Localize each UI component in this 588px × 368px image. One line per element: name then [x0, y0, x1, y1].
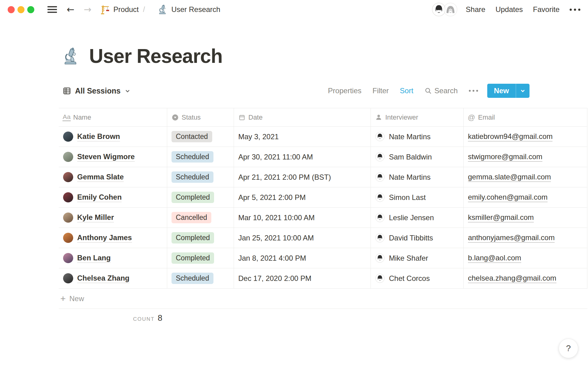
column-header-email[interactable]: @Email — [464, 108, 587, 126]
view-switcher[interactable]: All Sessions — [63, 86, 130, 95]
interviewer-avatar — [375, 213, 385, 222]
person-name-link[interactable]: Emily Cohen — [77, 193, 122, 202]
status-cell[interactable]: Scheduled — [167, 268, 234, 288]
person-name-link[interactable]: Katie Brown — [77, 132, 120, 141]
email-link[interactable]: anthonyjames@gmail.com — [468, 233, 555, 243]
status-badge: Completed — [172, 252, 214, 264]
date-cell[interactable]: Dec 17, 2020 2:00 PM — [234, 268, 371, 288]
status-cell[interactable]: Completed — [167, 248, 234, 268]
email-cell[interactable]: katiebrown94@gmail.com — [464, 127, 587, 147]
email-link[interactable]: gemma.slate@gmail.com — [468, 173, 551, 182]
sort-button[interactable]: Sort — [400, 86, 413, 95]
status-cell[interactable]: Cancelled — [167, 208, 234, 228]
date-cell[interactable]: Jan 25, 2021 10:00 AM — [234, 228, 371, 248]
email-link[interactable]: stwigmore@gmail.com — [468, 152, 542, 162]
email-cell[interactable]: ksmiller@gmail.com — [464, 208, 587, 228]
date-cell[interactable]: Apr 21, 2021 2:00 PM (BST) — [234, 167, 371, 187]
email-cell[interactable]: b.lang@aol.com — [464, 248, 587, 268]
status-cell[interactable]: Scheduled — [167, 147, 234, 167]
email-link[interactable]: katiebrown94@gmail.com — [468, 132, 552, 141]
status-cell[interactable]: Completed — [167, 187, 234, 207]
interviewer-cell[interactable]: Chet Corcos — [371, 268, 464, 288]
date-cell[interactable]: Jan 8, 2021 4:00 PM — [234, 248, 371, 268]
person-name-link[interactable]: Anthony James — [77, 233, 132, 243]
table-row: Katie BrownContactedMay 3, 2021Nate Mart… — [59, 127, 587, 147]
interviewer-cell[interactable]: Simon Last — [371, 187, 464, 207]
date-cell[interactable]: Mar 10, 2021 10:00 AM — [234, 208, 371, 228]
text-icon: Aa — [63, 114, 70, 121]
person-name-link[interactable]: Ben Lang — [77, 254, 111, 263]
interviewer-name: Chet Corcos — [389, 274, 430, 283]
properties-button[interactable]: Properties — [328, 86, 361, 95]
name-cell[interactable]: Gemma Slate — [59, 167, 167, 187]
collaborator-avatars[interactable] — [432, 2, 458, 17]
search-button[interactable]: Search — [424, 86, 458, 95]
forward-arrow-icon[interactable]: → — [84, 5, 91, 14]
interviewer-cell[interactable]: Leslie Jensen — [371, 208, 464, 228]
date-value: Jan 8, 2021 4:00 PM — [238, 254, 306, 263]
back-arrow-icon[interactable]: ← — [67, 5, 74, 14]
email-link[interactable]: b.lang@aol.com — [468, 254, 521, 263]
favorite-button[interactable]: Favorite — [533, 5, 560, 14]
sidebar-menu-icon[interactable] — [47, 6, 57, 13]
add-row-button[interactable]: + New — [59, 289, 587, 309]
status-cell[interactable]: Completed — [167, 228, 234, 248]
interviewer-cell[interactable]: David Tibbitts — [371, 228, 464, 248]
search-label: Search — [435, 86, 458, 95]
close-window-button[interactable] — [8, 6, 15, 13]
table-footer[interactable]: COUNT8 — [59, 313, 162, 323]
minimize-window-button[interactable] — [17, 6, 24, 13]
share-button[interactable]: Share — [466, 5, 485, 14]
name-cell[interactable]: Steven Wigmore — [59, 147, 167, 167]
person-name-link[interactable]: Chelsea Zhang — [77, 274, 130, 283]
date-cell[interactable]: Apr 30, 2021 11:00 AM — [234, 147, 371, 167]
zoom-window-button[interactable] — [27, 6, 34, 13]
table-row: Steven WigmoreScheduledApr 30, 2021 11:0… — [59, 147, 587, 167]
interviewer-cell[interactable]: Nate Martins — [371, 167, 464, 187]
name-cell[interactable]: Katie Brown — [59, 127, 167, 147]
email-cell[interactable]: emily.cohen@gmail.com — [464, 187, 587, 207]
person-name-link[interactable]: Steven Wigmore — [77, 152, 135, 162]
collaborator-avatar-2[interactable] — [443, 2, 458, 17]
column-header-status[interactable]: Status — [167, 108, 234, 126]
column-header-date[interactable]: Date — [234, 108, 371, 126]
email-cell[interactable]: stwigmore@gmail.com — [464, 147, 587, 167]
interviewer-cell[interactable]: Mike Shafer — [371, 248, 464, 268]
email-link[interactable]: ksmiller@gmail.com — [468, 213, 534, 222]
person-name-link[interactable]: Gemma Slate — [77, 173, 124, 182]
microscope-icon[interactable] — [62, 47, 81, 65]
interviewer-cell[interactable]: Nate Martins — [371, 127, 464, 147]
breadcrumb-item-user-research[interactable]: User Research — [171, 5, 220, 14]
email-cell[interactable]: gemma.slate@gmail.com — [464, 167, 587, 187]
new-button-label[interactable]: New — [487, 84, 516, 98]
column-header-interviewer[interactable]: Interviewer — [371, 108, 464, 126]
status-cell[interactable]: Contacted — [167, 127, 234, 147]
more-options-icon[interactable] — [570, 9, 580, 11]
new-dropdown-button[interactable] — [516, 84, 530, 98]
topbar-actions: Share Updates Favorite — [432, 0, 580, 19]
date-cell[interactable]: May 3, 2021 — [234, 127, 371, 147]
status-badge: Scheduled — [172, 151, 213, 163]
person-photo-avatar — [63, 273, 73, 283]
new-button[interactable]: New — [487, 84, 530, 98]
interviewer-cell[interactable]: Sam Baldwin — [371, 147, 464, 167]
status-cell[interactable]: Scheduled — [167, 167, 234, 187]
email-cell[interactable]: anthonyjames@gmail.com — [464, 228, 587, 248]
email-cell[interactable]: chelsea.zhang@gmail.com — [464, 268, 587, 288]
filter-button[interactable]: Filter — [372, 86, 389, 95]
interviewer-avatar — [375, 193, 385, 202]
person-name-link[interactable]: Kyle Miller — [77, 213, 114, 222]
name-cell[interactable]: Anthony James — [59, 228, 167, 248]
email-link[interactable]: chelsea.zhang@gmail.com — [468, 274, 556, 283]
breadcrumb-item-product[interactable]: Product — [113, 5, 139, 14]
name-cell[interactable]: Kyle Miller — [59, 208, 167, 228]
updates-button[interactable]: Updates — [496, 5, 523, 14]
name-cell[interactable]: Chelsea Zhang — [59, 268, 167, 288]
email-link[interactable]: emily.cohen@gmail.com — [468, 193, 548, 202]
name-cell[interactable]: Emily Cohen — [59, 187, 167, 207]
view-more-options-icon[interactable] — [469, 90, 478, 92]
help-button[interactable]: ? — [559, 339, 578, 358]
name-cell[interactable]: Ben Lang — [59, 248, 167, 268]
column-header-name[interactable]: AaName — [59, 108, 167, 126]
date-cell[interactable]: Apr 5, 2021 2:00 PM — [234, 187, 371, 207]
